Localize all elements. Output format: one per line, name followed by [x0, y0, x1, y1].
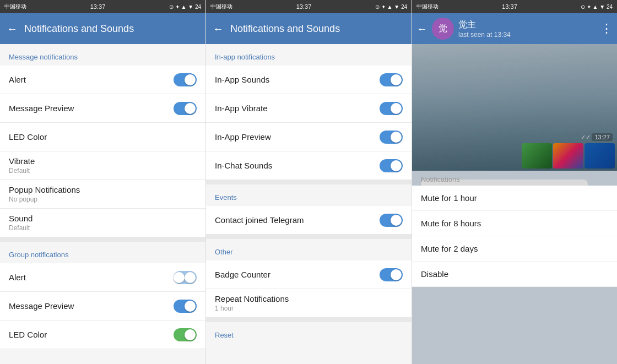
setting-repeat-notifications[interactable]: Repeat Notifications 1 hour — [206, 289, 412, 318]
section-header-reset: Reset — [206, 322, 412, 344]
toggle-contact-joined[interactable] — [380, 214, 403, 227]
time-2: 13:37 — [296, 3, 312, 10]
setting-in-app-sounds: In-App Sounds — [206, 66, 412, 94]
section-header-group: Group notifications — [0, 242, 205, 263]
chat-back-button[interactable]: ← — [416, 23, 427, 35]
setting-in-chat-sounds: In-Chat Sounds — [206, 151, 412, 180]
carrier-1: 中国移动 — [4, 3, 26, 10]
toggle-in-app-preview[interactable] — [380, 131, 403, 144]
setting-sound[interactable]: Sound Default — [0, 209, 205, 237]
dropdown-disable[interactable]: Disable — [412, 262, 617, 287]
toggle-message-preview[interactable] — [174, 102, 197, 115]
section-header-events: Events — [206, 184, 412, 206]
divider-1 — [0, 237, 205, 242]
back-button-1[interactable]: ← — [7, 23, 18, 35]
toggle-group-alert[interactable] — [174, 271, 197, 284]
setting-contact-joined: Contact joined Telegram — [206, 206, 412, 235]
chat-content: 13:27 ✓✓ Sspai.com/31240 Sspai 点击查看原文后你能… — [412, 44, 617, 364]
dropdown-mute-8h[interactable]: Mute for 8 hours — [412, 211, 617, 236]
section-header-in-app: In-app notifications — [206, 44, 412, 66]
setting-group-alert: Alert — [0, 263, 205, 292]
time-1: 13:37 — [90, 3, 106, 10]
notifications-dropdown: Notifications Mute for 1 hour Mute for 8… — [412, 171, 617, 287]
panel-1: 中国移动 13:37 ⊙ ✦ ▲ ▼ 24 ← Notifications an… — [0, 0, 206, 364]
toggle-badge-counter[interactable] — [380, 268, 403, 281]
notifications-label: Notifications — [412, 171, 617, 186]
toggle-in-app-sounds[interactable] — [380, 73, 403, 86]
chat-menu-button[interactable]: ⋮ — [600, 21, 613, 36]
toggle-in-chat-sounds[interactable] — [380, 159, 403, 172]
toolbar-title-1: Notifications and Sounds — [24, 23, 199, 35]
status-bar-3: 中国移动 13:37 ⊙ ✦ ▲ ▼ 24 — [412, 0, 617, 13]
toolbar-2: ← Notifications and Sounds — [206, 13, 412, 44]
setting-vibrate[interactable]: Vibrate Default — [0, 151, 205, 180]
setting-popup-notifications[interactable]: Popup Notifications No popup — [0, 180, 205, 209]
divider-4 — [206, 318, 412, 322]
status-bar-1: 中国移动 13:37 ⊙ ✦ ▲ ▼ 24 — [0, 0, 205, 13]
dropdown-mute-1h[interactable]: Mute for 1 hour — [412, 186, 617, 211]
avatar: 觉 — [432, 18, 454, 40]
toggle-alert[interactable] — [174, 73, 197, 86]
panel-3-chat: 中国移动 13:37 ⊙ ✦ ▲ ▼ 24 ← 觉 觉主 last seen a… — [412, 0, 617, 364]
setting-badge-counter: Badge Counter — [206, 260, 412, 289]
toolbar-title-2: Notifications and Sounds — [230, 23, 405, 35]
setting-alert: Alert — [0, 66, 205, 94]
setting-group-led-color: LED Color — [0, 320, 205, 349]
toggle-group-message-preview[interactable] — [174, 300, 197, 313]
chat-name: 觉主 — [458, 19, 596, 31]
setting-group-message-preview: Message Preview — [0, 292, 205, 320]
settings-scroll-2: In-app notifications In-App Sounds In-Ap… — [206, 44, 412, 364]
setting-led-color[interactable]: LED Color — [0, 123, 205, 151]
settings-scroll-1: Message notifications Alert Message Prev… — [0, 44, 205, 364]
section-header-other: Other — [206, 239, 412, 260]
chat-status: last seen at 13:34 — [458, 31, 596, 39]
dropdown-menu: Mute for 1 hour Mute for 8 hours Mute fo… — [412, 186, 617, 287]
back-button-2[interactable]: ← — [213, 23, 224, 35]
chat-toolbar: ← 觉 觉主 last seen at 13:34 ⋮ — [412, 13, 617, 44]
status-bar-2: 中国移动 13:37 ⊙ ✦ ▲ ▼ 24 — [206, 0, 412, 13]
setting-in-app-preview: In-App Preview — [206, 123, 412, 151]
dropdown-mute-2d[interactable]: Mute for 2 days — [412, 236, 617, 262]
time-3: 13:37 — [502, 3, 517, 10]
divider-2 — [206, 180, 412, 184]
panel-2: 中国移动 13:37 ⊙ ✦ ▲ ▼ 24 ← Notifications an… — [206, 0, 412, 364]
toggle-group-led-color[interactable] — [174, 328, 197, 341]
toggle-in-app-vibrate[interactable] — [380, 102, 403, 115]
setting-in-app-vibrate: In-App Vibrate — [206, 94, 412, 123]
section-header-message: Message notifications — [0, 44, 205, 66]
divider-3 — [206, 235, 412, 239]
toolbar-1: ← Notifications and Sounds — [0, 13, 205, 44]
status-icons-1: ⊙ ✦ ▲ ▼ 24 — [169, 4, 201, 10]
setting-message-preview: Message Preview — [0, 94, 205, 123]
